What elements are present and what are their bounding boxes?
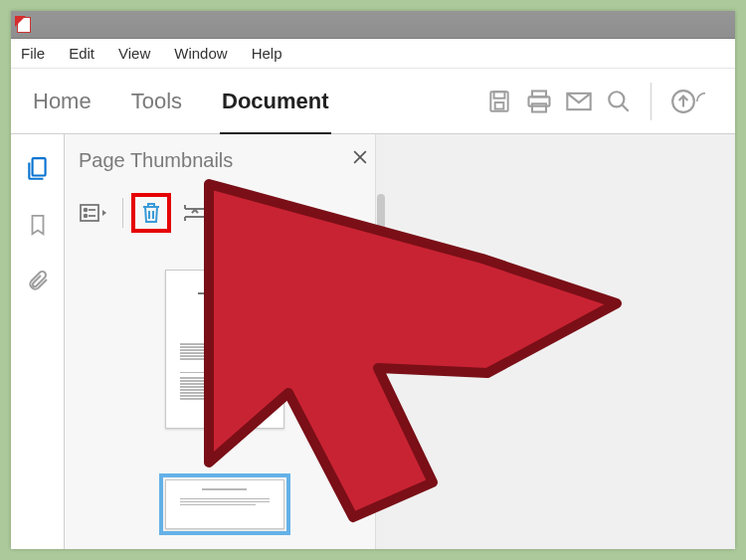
svg-point-7 xyxy=(609,92,624,106)
rotate-ccw-icon[interactable] xyxy=(219,193,259,233)
app-pdf-icon xyxy=(15,16,33,34)
search-icon[interactable] xyxy=(599,82,639,121)
menu-window[interactable]: Window xyxy=(174,45,227,62)
panel-toolbar-separator xyxy=(122,198,123,228)
svg-point-14 xyxy=(85,209,88,212)
svg-rect-1 xyxy=(494,92,505,98)
svg-rect-13 xyxy=(81,205,98,221)
download-icon[interactable] xyxy=(695,82,715,121)
thumbnails-panel: Page Thumbnails xyxy=(65,134,385,549)
content-area xyxy=(385,134,735,549)
panel-close-icon[interactable] xyxy=(350,147,370,173)
thumbnail-label-1: 1 xyxy=(220,439,228,456)
menu-view[interactable]: View xyxy=(118,45,150,62)
menu-edit[interactable]: Edit xyxy=(69,45,94,62)
body-area: Page Thumbnails xyxy=(11,134,735,549)
svg-rect-2 xyxy=(495,102,504,109)
main-toolbar: Home Tools Document xyxy=(11,69,735,134)
rotate-cw-icon[interactable] xyxy=(263,193,302,233)
thumbnails-list: 1 xyxy=(65,240,384,549)
thumbnail-page-2[interactable] xyxy=(165,479,284,529)
menu-help[interactable]: Help xyxy=(252,45,282,62)
svg-line-8 xyxy=(622,104,629,111)
toolbar-separator xyxy=(651,83,652,120)
svg-rect-5 xyxy=(532,103,546,111)
svg-point-16 xyxy=(85,215,88,218)
menubar: File Edit View Window Help xyxy=(11,39,735,69)
titlebar xyxy=(11,11,735,39)
delete-page-icon[interactable] xyxy=(131,193,171,233)
print-icon[interactable] xyxy=(519,82,559,121)
email-icon[interactable] xyxy=(559,82,599,121)
insert-page-icon[interactable] xyxy=(175,193,215,233)
app-window: File Edit View Window Help Home Tools Do… xyxy=(11,11,735,549)
tab-document[interactable]: Document xyxy=(222,69,329,134)
side-rail xyxy=(11,134,65,549)
svg-rect-10 xyxy=(32,158,45,175)
panel-header: Page Thumbnails xyxy=(65,134,384,186)
thumbnails-rail-icon[interactable] xyxy=(23,154,53,184)
thumbnail-page-1[interactable] xyxy=(165,270,284,429)
tab-home[interactable]: Home xyxy=(33,69,92,134)
panel-options-icon[interactable] xyxy=(75,193,114,233)
save-icon[interactable] xyxy=(479,82,519,121)
panel-title: Page Thumbnails xyxy=(79,149,233,172)
menu-file[interactable]: File xyxy=(21,45,45,62)
panel-toolbar xyxy=(65,186,384,240)
attachments-rail-icon[interactable] xyxy=(23,266,53,295)
tab-tools[interactable]: Tools xyxy=(131,69,182,134)
bookmarks-rail-icon[interactable] xyxy=(23,210,53,240)
panel-scrollbar[interactable] xyxy=(375,134,385,549)
